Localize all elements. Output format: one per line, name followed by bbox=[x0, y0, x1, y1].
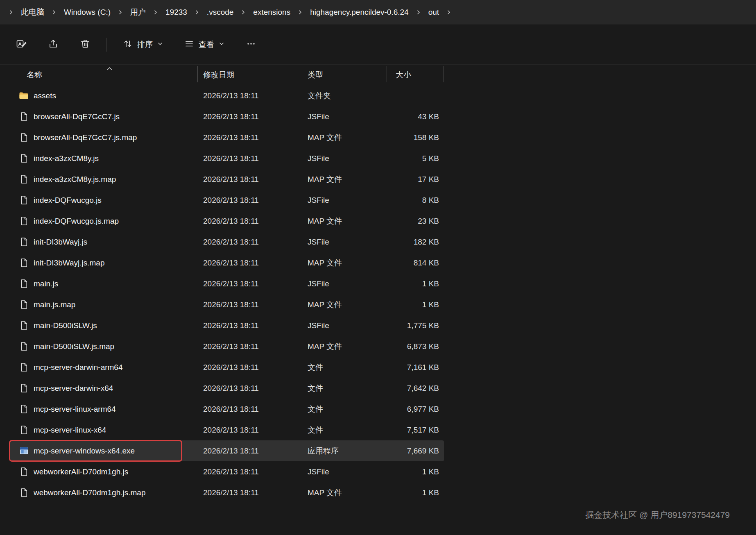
file-size: 6,977 KB bbox=[387, 399, 444, 419]
file-type: MAP 文件 bbox=[302, 336, 387, 357]
file-name-cell: index-a3zxCM8y.js bbox=[10, 148, 198, 169]
column-header-date-label: 修改日期 bbox=[203, 70, 234, 80]
file-name-cell: mcp-server-darwin-arm64 bbox=[10, 357, 198, 378]
sort-arrows-icon bbox=[123, 39, 133, 50]
column-header-name[interactable]: 名称 bbox=[10, 65, 198, 85]
breadcrumb-item[interactable]: extensions bbox=[249, 5, 295, 20]
share-button[interactable] bbox=[43, 34, 64, 56]
column-header-size[interactable]: 大小 bbox=[387, 65, 444, 85]
file-icon bbox=[19, 321, 29, 330]
file-date-modified: 2026/2/13 18:11 bbox=[198, 399, 302, 419]
file-name-cell: main.js.map bbox=[10, 294, 198, 315]
file-date-modified: 2026/2/13 18:11 bbox=[198, 211, 302, 231]
breadcrumb-item[interactable]: Windows (C:) bbox=[59, 5, 115, 20]
file-date-modified: 2026/2/13 18:11 bbox=[198, 482, 302, 503]
file-row[interactable]: mcp-server-darwin-arm642026/2/13 18:11文件… bbox=[10, 357, 444, 378]
file-name: assets bbox=[34, 91, 56, 100]
column-headers: 名称 修改日期 类型 大小 bbox=[10, 65, 444, 85]
file-name-cell: browserAll-DqE7GcC7.js bbox=[10, 106, 198, 127]
file-row[interactable]: mcp-server-linux-x642026/2/13 18:11文件7,5… bbox=[10, 419, 444, 440]
breadcrumb-item[interactable]: 此电脑 bbox=[16, 4, 49, 21]
file-size: 1,775 KB bbox=[387, 315, 444, 336]
file-name: mcp-server-windows-x64.exe bbox=[34, 447, 135, 456]
file-row[interactable]: mcp-server-windows-x64.exe2026/2/13 18:1… bbox=[10, 440, 444, 461]
file-name: index-DQFwucgo.js bbox=[34, 196, 102, 205]
folder-icon bbox=[19, 92, 29, 100]
file-row[interactable]: init-DI3bWayj.js2026/2/13 18:11JSFile182… bbox=[10, 231, 444, 252]
file-date-modified: 2026/2/13 18:11 bbox=[198, 252, 302, 273]
file-row[interactable]: main-D500iSLW.js2026/2/13 18:11JSFile1,7… bbox=[10, 315, 444, 336]
file-type: MAP 文件 bbox=[302, 169, 387, 190]
file-row[interactable]: index-DQFwucgo.js2026/2/13 18:11JSFile8 … bbox=[10, 190, 444, 211]
file-icon bbox=[19, 279, 29, 288]
file-type: 应用程序 bbox=[302, 440, 387, 461]
file-type: 文件 bbox=[302, 419, 387, 440]
view-button-label: 查看 bbox=[199, 39, 214, 50]
watermark: 掘金技术社区 @ 用户8919737542479 bbox=[585, 509, 730, 521]
file-row[interactable]: main.js.map2026/2/13 18:11MAP 文件1 KB bbox=[10, 294, 444, 315]
file-name-cell: webworkerAll-D70dm1gh.js.map bbox=[10, 482, 198, 503]
breadcrumb-chevron-icon bbox=[49, 10, 59, 15]
file-row[interactable]: mcp-server-linux-arm642026/2/13 18:11文件6… bbox=[10, 399, 444, 419]
file-date-modified: 2026/2/13 18:11 bbox=[198, 231, 302, 252]
chevron-down-icon bbox=[219, 41, 224, 48]
file-row[interactable]: index-a3zxCM8y.js2026/2/13 18:11JSFile5 … bbox=[10, 148, 444, 169]
file-name: index-a3zxCM8y.js bbox=[34, 154, 99, 163]
file-name-cell: webworkerAll-D70dm1gh.js bbox=[10, 461, 198, 482]
app-icon bbox=[19, 447, 29, 455]
column-header-date-modified[interactable]: 修改日期 bbox=[198, 65, 302, 85]
sort-button[interactable]: 排序 bbox=[118, 34, 168, 55]
file-row[interactable]: webworkerAll-D70dm1gh.js2026/2/13 18:11J… bbox=[10, 461, 444, 482]
file-date-modified: 2026/2/13 18:11 bbox=[198, 127, 302, 148]
file-row[interactable]: webworkerAll-D70dm1gh.js.map2026/2/13 18… bbox=[10, 482, 444, 503]
breadcrumb-item[interactable]: highagency.pencildev-0.6.24 bbox=[306, 5, 413, 20]
file-icon bbox=[19, 195, 29, 205]
rename-button[interactable] bbox=[11, 34, 32, 56]
breadcrumb-item[interactable]: out bbox=[424, 5, 444, 20]
file-name: mcp-server-darwin-x64 bbox=[34, 384, 113, 393]
column-header-type[interactable]: 类型 bbox=[302, 65, 387, 85]
file-size: 17 KB bbox=[387, 169, 444, 190]
share-icon bbox=[48, 39, 59, 51]
file-row[interactable]: init-DI3bWayj.js.map2026/2/13 18:11MAP 文… bbox=[10, 252, 444, 273]
file-name-cell: browserAll-DqE7GcC7.js.map bbox=[10, 127, 198, 148]
file-icon bbox=[19, 342, 29, 351]
file-name: init-DI3bWayj.js bbox=[34, 238, 87, 247]
breadcrumb-chevron-icon bbox=[238, 10, 249, 15]
breadcrumb-chevron-icon bbox=[150, 10, 161, 15]
file-row[interactable]: index-a3zxCM8y.js.map2026/2/13 18:11MAP … bbox=[10, 169, 444, 190]
file-list: assets2026/2/13 18:11文件夹browserAll-DqE7G… bbox=[10, 85, 444, 503]
breadcrumb-item[interactable]: 19233 bbox=[161, 5, 192, 20]
file-row[interactable]: browserAll-DqE7GcC7.js.map2026/2/13 18:1… bbox=[10, 127, 444, 148]
file-name: index-a3zxCM8y.js.map bbox=[34, 175, 116, 184]
file-row[interactable]: mcp-server-darwin-x642026/2/13 18:11文件7,… bbox=[10, 378, 444, 399]
file-size: 814 KB bbox=[387, 252, 444, 273]
file-row[interactable]: assets2026/2/13 18:11文件夹 bbox=[10, 85, 444, 106]
view-button[interactable]: 查看 bbox=[179, 34, 230, 55]
breadcrumb-item[interactable]: .vscode bbox=[202, 5, 238, 20]
file-row[interactable]: index-DQFwucgo.js.map2026/2/13 18:11MAP … bbox=[10, 211, 444, 231]
delete-button[interactable] bbox=[75, 34, 96, 56]
file-date-modified: 2026/2/13 18:11 bbox=[198, 85, 302, 106]
file-icon bbox=[19, 133, 29, 142]
toolbar-divider bbox=[106, 38, 107, 52]
breadcrumb-item[interactable]: 用户 bbox=[126, 4, 150, 21]
file-row[interactable]: main.js2026/2/13 18:11JSFile1 KB bbox=[10, 273, 444, 294]
breadcrumb-chevron-icon bbox=[444, 10, 454, 15]
file-name: mcp-server-linux-x64 bbox=[34, 426, 106, 435]
file-icon bbox=[19, 363, 29, 372]
file-date-modified: 2026/2/13 18:11 bbox=[198, 190, 302, 211]
file-name-cell: mcp-server-linux-x64 bbox=[10, 419, 198, 440]
file-size: 5 KB bbox=[387, 148, 444, 169]
file-size: 1 KB bbox=[387, 294, 444, 315]
file-row[interactable]: browserAll-DqE7GcC7.js2026/2/13 18:11JSF… bbox=[10, 106, 444, 127]
file-icon bbox=[19, 488, 29, 497]
file-type: JSFile bbox=[302, 148, 387, 169]
more-icon bbox=[246, 39, 256, 51]
file-row[interactable]: main-D500iSLW.js.map2026/2/13 18:11MAP 文… bbox=[10, 336, 444, 357]
file-name-cell: main.js bbox=[10, 273, 198, 294]
more-options-button[interactable] bbox=[240, 34, 262, 56]
file-size bbox=[387, 85, 444, 106]
file-name-cell: index-a3zxCM8y.js.map bbox=[10, 169, 198, 190]
file-size: 1 KB bbox=[387, 461, 444, 482]
